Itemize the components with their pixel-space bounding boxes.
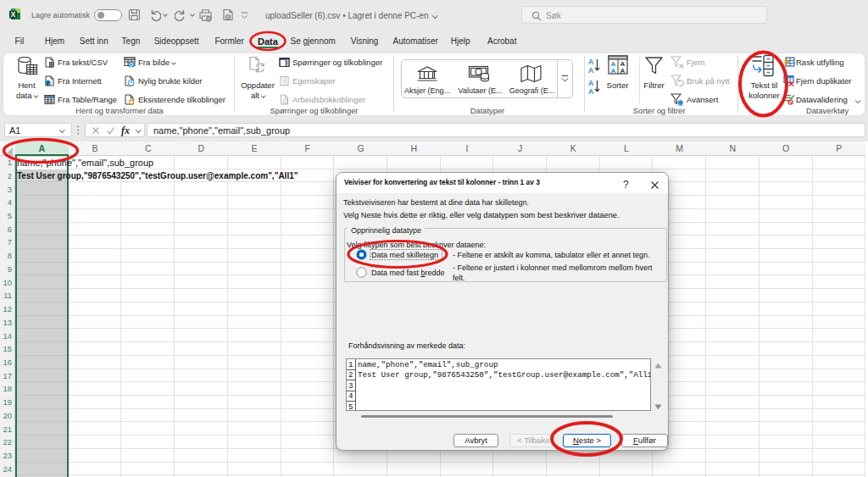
svg-text:A: A xyxy=(588,87,593,96)
svg-text:A: A xyxy=(620,67,626,75)
svg-text:A: A xyxy=(611,67,616,75)
svg-text:A: A xyxy=(588,66,593,75)
svg-text:A: A xyxy=(588,58,593,66)
svg-text:A: A xyxy=(588,79,593,87)
svg-text:X: X xyxy=(11,10,16,19)
